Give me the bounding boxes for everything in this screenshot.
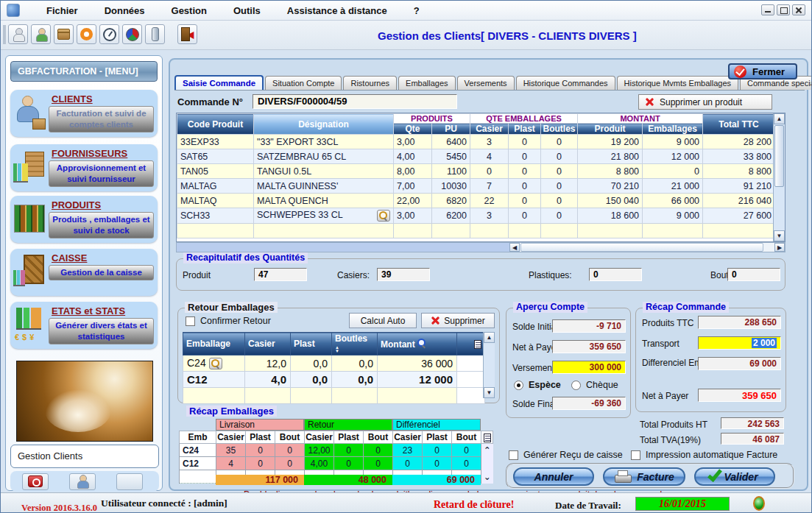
empty-row[interactable]	[177, 224, 775, 238]
emb-cell[interactable]: C12	[180, 457, 216, 470]
produit-cell[interactable]: 18 600	[578, 208, 643, 224]
retour-col-emballage[interactable]: Emballage	[183, 333, 245, 355]
diff-bout-cell[interactable]: 0	[452, 457, 481, 470]
restore-icon[interactable]	[777, 4, 790, 15]
code-cell[interactable]: 33EXP33	[177, 135, 254, 149]
close-icon[interactable]	[792, 4, 805, 15]
casier-cell[interactable]: 3	[470, 135, 509, 149]
impression-auto-option[interactable]: Impression automatique Facture	[631, 450, 777, 460]
diff-plast-cell[interactable]: 0	[423, 444, 452, 457]
col-header-boutles[interactable]: Boutles	[541, 124, 578, 135]
designation-cell[interactable]: SCHWEPPES 33 CL	[254, 208, 394, 224]
empty-row[interactable]	[183, 388, 485, 404]
pu-cell[interactable]: 6400	[432, 135, 470, 149]
emb-cell[interactable]: C24	[180, 444, 216, 457]
montant-cell[interactable]: 12 000	[378, 372, 457, 388]
cheque-radio[interactable]	[571, 381, 581, 390]
sidebar-item-etats[interactable]: €$¥ ETATS et STATS Générer divers états …	[10, 302, 158, 349]
lookup-button[interactable]	[377, 210, 390, 222]
toolbar-exit-button[interactable]: ◀	[177, 24, 197, 44]
toolbar-products-button[interactable]	[54, 24, 74, 44]
recu-caisse-option[interactable]: Générer Reçu de caisse	[509, 450, 623, 460]
qte-cell[interactable]: 22,00	[394, 194, 432, 208]
order-number-input[interactable]: DIVERS/F000004/59	[253, 94, 457, 109]
recap-row[interactable]: C12 4 0 0 4,00 0 0 0 0 0	[180, 457, 493, 470]
plast-cell[interactable]: 0,0	[291, 372, 332, 388]
tab-ristournes[interactable]: Ristournes	[343, 76, 397, 90]
emballage-cell[interactable]: C24	[183, 355, 245, 372]
supprimer-button[interactable]: Supprimer	[421, 313, 495, 328]
power-off-button[interactable]	[22, 473, 49, 490]
confirm-retour-checkbox[interactable]	[186, 316, 195, 326]
product-row[interactable]: MALTAQ MALTA QUENCH 22,00 6820 22 0 0 15…	[177, 194, 775, 208]
versement-field[interactable]: 300 000	[552, 361, 626, 374]
livraison-plast-cell[interactable]: 0	[246, 457, 275, 470]
emballages-cell[interactable]: 9 000	[643, 135, 703, 149]
retour-casier-cell[interactable]: 4,00	[305, 457, 334, 470]
transport-field[interactable]: 2 000	[698, 336, 781, 350]
valider-button[interactable]: Valider	[694, 467, 775, 486]
livraison-casier-cell[interactable]: 35	[216, 444, 246, 457]
menu-item-fichier[interactable]: Fichier	[46, 5, 78, 16]
livraison-plast-cell[interactable]: 0	[246, 444, 275, 457]
lookup-button[interactable]	[209, 358, 222, 369]
confirm-retour-option[interactable]: Confirmer Retour	[186, 316, 271, 326]
produit-cell[interactable]: 8 800	[578, 164, 643, 179]
code-cell[interactable]: MALTAG	[177, 179, 254, 194]
toolbar-ring-button[interactable]	[77, 24, 96, 44]
toolbar-user-button[interactable]	[8, 24, 28, 44]
total-cell[interactable]: 91 210	[703, 179, 775, 194]
emballages-cell[interactable]: 21 000	[643, 179, 703, 194]
casier-cell[interactable]: 0	[470, 164, 509, 179]
menu-item-donnees[interactable]: Données	[105, 5, 145, 16]
code-cell[interactable]: SCH33	[177, 208, 254, 224]
produit-cell[interactable]: 21 800	[578, 149, 643, 164]
code-cell[interactable]: SAT65	[177, 149, 254, 164]
facture-button[interactable]: Facture	[603, 467, 685, 486]
user-session-button[interactable]	[69, 473, 96, 490]
fermer-button[interactable]: Fermer	[728, 63, 797, 79]
boutles-cell[interactable]: 0	[541, 149, 578, 164]
casier-cell[interactable]: 3	[470, 208, 509, 224]
tab-historique-commandes[interactable]: Historique Commandes	[516, 76, 615, 90]
designation-cell[interactable]: TANGUI 0.5L	[254, 164, 394, 179]
col-header-casier[interactable]: Casier	[470, 124, 509, 135]
tab-situation-compte[interactable]: Situation Compte	[265, 76, 342, 90]
plast-cell[interactable]: 0,0	[291, 355, 332, 372]
livraison-bout-cell[interactable]: 0	[275, 444, 305, 457]
retour-col-casier[interactable]: Casier	[245, 333, 291, 355]
pu-cell[interactable]: 6820	[432, 194, 470, 208]
retour-bout-cell[interactable]: 0	[364, 457, 393, 470]
boutles-cell[interactable]: 0,0	[332, 355, 378, 372]
col-header-total-ttc[interactable]: Total TTC	[703, 114, 775, 135]
pu-cell[interactable]: 6200	[432, 208, 470, 224]
sidebar-item-title[interactable]: CAISSE	[52, 252, 154, 263]
retour-row[interactable]: C12 4,0 0,0 0,0 12 000	[183, 372, 485, 388]
emballages-cell[interactable]: 0	[643, 164, 703, 179]
boutles-cell[interactable]: 0	[541, 135, 578, 149]
scroll-up-icon[interactable]: ▲	[774, 113, 785, 124]
toolbar-phone-button[interactable]	[145, 24, 165, 44]
sidebar-item-title[interactable]: CLIENTS	[52, 93, 154, 105]
montant-cell[interactable]: 36 000	[378, 355, 457, 372]
total-cell[interactable]: 27 600	[703, 208, 775, 224]
total-cell[interactable]: 216 040	[703, 194, 775, 208]
copy-grid-icon[interactable]	[484, 434, 491, 442]
produit-cell[interactable]: 70 210	[578, 179, 643, 194]
casier-cell[interactable]: 22	[470, 194, 509, 208]
tab-versements[interactable]: Versements	[457, 76, 515, 90]
espece-radio[interactable]	[514, 381, 523, 390]
scroll-left-icon[interactable]: ◀	[509, 243, 520, 252]
boutles-cell[interactable]: 0	[541, 208, 578, 224]
code-cell[interactable]: MALTAQ	[177, 194, 254, 208]
menu-item-aide[interactable]: ?	[414, 5, 420, 16]
pu-cell[interactable]: 1100	[432, 164, 470, 179]
casier-cell[interactable]: 4	[470, 149, 509, 164]
minimize-icon[interactable]	[761, 4, 774, 15]
sidebar-item-fournisseurs[interactable]: FOURNISSEURS Approvisionnement et suivi …	[10, 144, 158, 191]
col-header-code[interactable]: Code Produit	[177, 114, 254, 135]
designation-cell[interactable]: SATZEMBRAU 65 CL	[254, 149, 394, 164]
toolbar-gauge-button[interactable]	[99, 24, 119, 44]
retour-casier-cell[interactable]: 12,00	[305, 444, 334, 457]
qte-cell[interactable]: 3,00	[394, 208, 432, 224]
